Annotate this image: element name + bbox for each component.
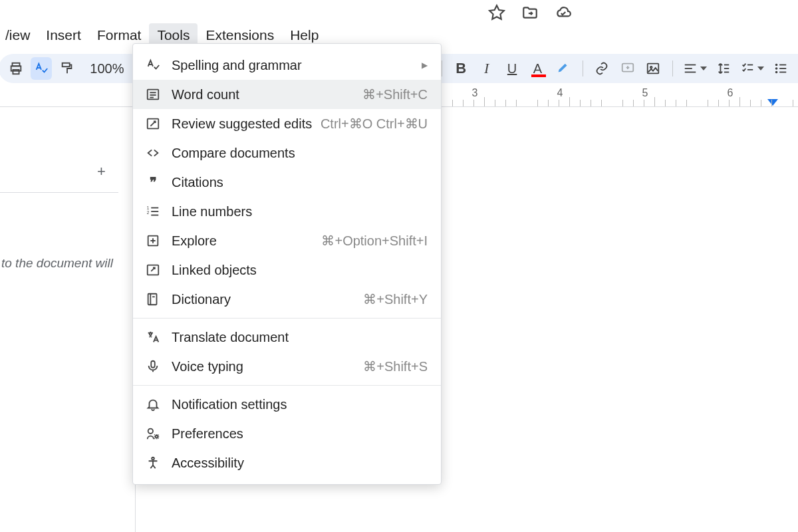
citations-icon: ❞ xyxy=(145,174,161,190)
microphone-icon xyxy=(145,358,161,374)
menu-item-label: Line numbers xyxy=(172,204,428,219)
print-button[interactable] xyxy=(5,57,26,80)
menu-item-line-numbers[interactable]: 12 Line numbers xyxy=(133,197,441,226)
line-spacing-button[interactable] xyxy=(713,57,733,80)
ruler-label: 5 xyxy=(642,87,648,99)
compare-icon xyxy=(145,145,161,161)
text-color-swatch xyxy=(531,74,546,77)
svg-point-39 xyxy=(152,458,154,460)
menu-item-spelling-grammar[interactable]: Spelling and grammar ▶ xyxy=(133,51,441,80)
menu-item-label: Linked objects xyxy=(172,263,428,278)
chevron-down-icon xyxy=(757,66,764,70)
menu-item-label: Preferences xyxy=(172,426,428,442)
submenu-indicator-icon: ▶ xyxy=(422,61,428,70)
bulleted-list-button[interactable] xyxy=(771,57,791,80)
tools-menu-dropdown: Spelling and grammar ▶ Word count ⌘+Shif… xyxy=(132,43,442,485)
menu-item-notification-settings[interactable]: Notification settings xyxy=(133,390,441,419)
menu-item-shortcut: ⌘+Shift+S xyxy=(363,358,428,374)
menu-item-preferences[interactable]: Preferences xyxy=(133,419,441,448)
line-numbers-icon: 12 xyxy=(145,203,161,219)
menu-divider xyxy=(133,385,441,386)
dictionary-icon xyxy=(145,291,161,307)
text-color-button[interactable]: A xyxy=(527,57,548,80)
menu-item-label: Accessibility xyxy=(172,456,428,471)
menu-item-label: Voice typing xyxy=(172,359,363,374)
checklist-button[interactable] xyxy=(739,57,766,80)
svg-point-16 xyxy=(776,65,777,66)
linked-objects-icon xyxy=(145,262,161,278)
cloud-saved-icon[interactable] xyxy=(555,4,572,25)
paint-format-button[interactable] xyxy=(57,57,77,80)
outline-divider xyxy=(0,192,118,193)
review-edits-icon xyxy=(145,116,161,132)
menu-item-shortcut: ⌘+Shift+C xyxy=(362,86,428,102)
svg-point-38 xyxy=(156,436,158,438)
separator xyxy=(672,61,673,76)
svg-point-7 xyxy=(650,66,652,68)
browser-action-icons xyxy=(488,4,572,25)
italic-button[interactable]: I xyxy=(476,57,497,80)
preferences-icon xyxy=(145,426,161,442)
insert-link-button[interactable] xyxy=(592,57,612,80)
ruler-label: 3 xyxy=(472,87,478,99)
ruler-ticks: 3 4 5 6 xyxy=(442,87,798,106)
menu-item-label: Spelling and grammar xyxy=(172,58,415,73)
menu-item-voice-typing[interactable]: Voice typing ⌘+Shift+S xyxy=(133,352,441,381)
svg-text:2: 2 xyxy=(147,210,150,215)
underline-button[interactable]: U xyxy=(501,57,522,80)
bell-icon xyxy=(145,396,161,412)
menu-item-explore[interactable]: Explore ⌘+Option+Shift+I xyxy=(133,226,441,255)
highlight-button[interactable] xyxy=(553,57,573,80)
menu-item-dictionary[interactable]: Dictionary ⌘+Shift+Y xyxy=(133,285,441,314)
menu-divider xyxy=(133,318,441,319)
bold-button[interactable]: B xyxy=(451,57,471,80)
svg-rect-36 xyxy=(151,361,155,368)
spellcheck-button[interactable] xyxy=(31,57,51,80)
menu-item-label: Dictionary xyxy=(172,292,363,307)
menu-item-translate-document[interactable]: Translate document xyxy=(133,323,441,352)
explore-icon xyxy=(145,233,161,249)
svg-point-37 xyxy=(148,429,153,434)
spellcheck-icon xyxy=(145,57,161,73)
zoom-value: 100% xyxy=(90,61,124,76)
svg-rect-4 xyxy=(62,63,69,67)
translate-icon xyxy=(145,329,161,345)
menu-item-label: Review suggested edits xyxy=(172,116,321,132)
menu-view[interactable]: /iew xyxy=(0,23,38,47)
menu-item-compare-documents[interactable]: Compare documents xyxy=(133,138,441,168)
svg-point-17 xyxy=(776,68,777,69)
svg-point-18 xyxy=(776,72,777,73)
menu-item-citations[interactable]: ❞ Citations xyxy=(133,168,441,197)
ruler-label: 6 xyxy=(728,87,733,99)
word-count-icon xyxy=(145,86,161,102)
right-indent-marker[interactable] xyxy=(767,99,778,106)
menu-item-label: Compare documents xyxy=(172,146,428,161)
menu-item-linked-objects[interactable]: Linked objects xyxy=(133,255,441,285)
menu-item-shortcut: ⌘+Option+Shift+I xyxy=(321,233,428,249)
menu-item-label: Explore xyxy=(172,233,321,249)
svg-marker-0 xyxy=(489,5,504,19)
menu-item-accessibility[interactable]: Accessibility xyxy=(133,448,441,477)
menu-item-label: Word count xyxy=(172,87,362,102)
svg-rect-34 xyxy=(148,294,157,305)
menu-item-shortcut: Ctrl+⌘O Ctrl+⌘U xyxy=(321,116,428,132)
chevron-down-icon xyxy=(700,66,707,70)
accessibility-icon xyxy=(145,455,161,471)
menu-item-shortcut: ⌘+Shift+Y xyxy=(363,291,428,307)
star-icon[interactable] xyxy=(488,4,505,25)
menu-item-label: Translate document xyxy=(172,330,428,345)
menu-item-label: Notification settings xyxy=(172,397,428,412)
outline-hint-text: to the document will xyxy=(1,256,113,271)
menu-item-review-suggested-edits[interactable]: Review suggested edits Ctrl+⌘O Ctrl+⌘U xyxy=(133,109,441,138)
insert-image-button[interactable] xyxy=(642,57,663,80)
add-outline-button[interactable]: + xyxy=(97,163,106,180)
move-to-folder-icon[interactable] xyxy=(521,4,539,25)
ruler-label: 4 xyxy=(557,87,563,99)
align-button[interactable] xyxy=(682,57,709,80)
menu-item-word-count[interactable]: Word count ⌘+Shift+C xyxy=(133,80,441,109)
separator xyxy=(583,61,583,76)
add-comment-button[interactable] xyxy=(617,57,638,80)
menu-item-label: Citations xyxy=(172,175,428,190)
menu-insert[interactable]: Insert xyxy=(38,23,89,47)
